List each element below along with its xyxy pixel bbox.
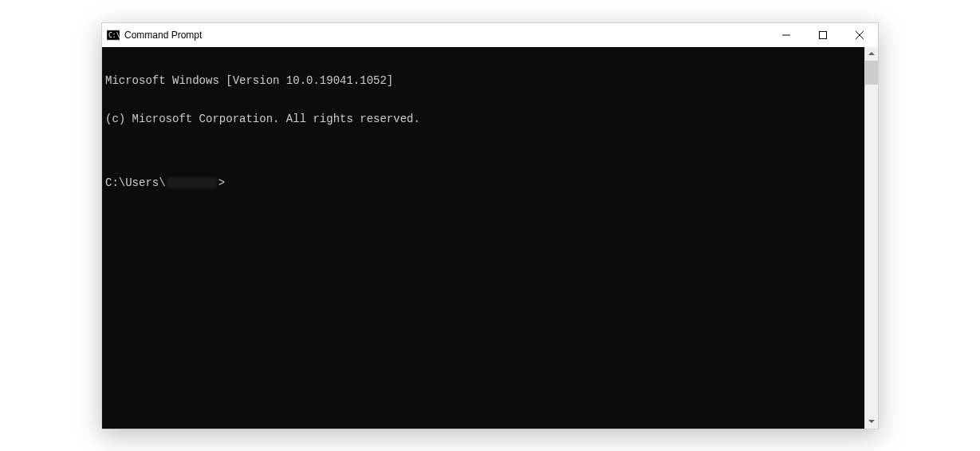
close-button[interactable] xyxy=(841,23,878,47)
username-redacted xyxy=(167,177,217,188)
version-line: Microsoft Windows [Version 10.0.19041.10… xyxy=(105,74,861,87)
minimize-button[interactable] xyxy=(768,23,805,47)
terminal-output[interactable]: Microsoft Windows [Version 10.0.19041.10… xyxy=(102,47,864,429)
command-prompt-window: C:\ Command Prompt Microsoft Windows [Ve… xyxy=(101,22,879,429)
window-controls xyxy=(768,23,878,47)
copyright-line: (c) Microsoft Corporation. All rights re… xyxy=(105,113,861,125)
prompt-prefix: C:\Users\ xyxy=(105,176,166,189)
scroll-down-arrow-icon[interactable] xyxy=(865,415,878,429)
content-area: Microsoft Windows [Version 10.0.19041.10… xyxy=(102,47,878,429)
cmd-icon: C:\ xyxy=(107,29,120,42)
prompt-line: C:\Users\> xyxy=(105,176,861,189)
svg-marker-6 xyxy=(868,52,875,55)
window-title: Command Prompt xyxy=(124,30,768,41)
title-bar[interactable]: C:\ Command Prompt xyxy=(102,23,878,47)
svg-rect-3 xyxy=(820,31,827,38)
vertical-scrollbar[interactable] xyxy=(864,47,878,429)
scroll-up-arrow-icon[interactable] xyxy=(865,47,878,61)
prompt-suffix: > xyxy=(218,176,225,189)
svg-marker-7 xyxy=(868,420,875,423)
scrollbar-track[interactable] xyxy=(865,61,878,415)
scrollbar-thumb[interactable] xyxy=(865,61,878,85)
maximize-button[interactable] xyxy=(805,23,841,47)
svg-text:C:\: C:\ xyxy=(108,32,120,39)
